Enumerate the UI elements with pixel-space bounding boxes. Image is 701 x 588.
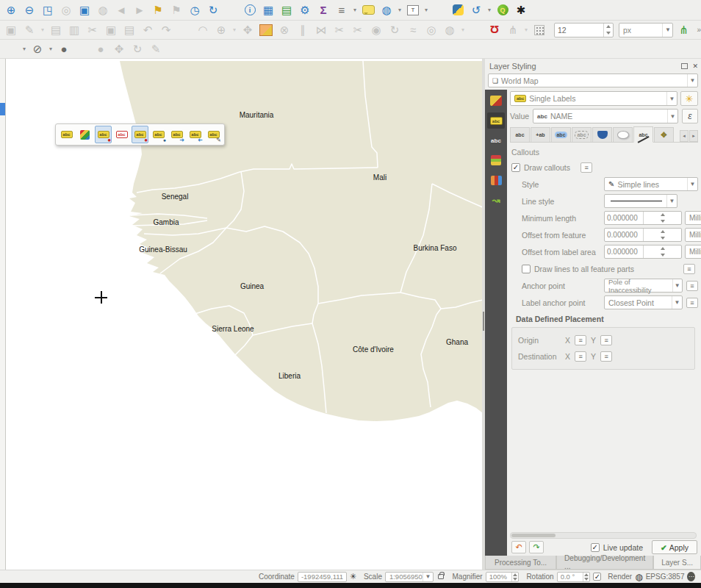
- python-console-icon[interactable]: [450, 3, 466, 18]
- save-edits-icon[interactable]: ▣: [3, 23, 19, 37]
- pin-unpin-labels-button[interactable]: abc●: [95, 126, 112, 143]
- coordinate-box[interactable]: [298, 572, 347, 582]
- merge-features-icon[interactable]: ◉: [368, 23, 384, 37]
- processing-history-icon[interactable]: ↺: [468, 3, 484, 18]
- zoom-in-icon[interactable]: ⊕: [3, 3, 19, 18]
- tab-buffer[interactable]: abc: [551, 127, 571, 142]
- vertex-dropdown-icon[interactable]: ▾: [460, 23, 466, 37]
- snapping-tolerance-input[interactable]: [555, 24, 603, 37]
- toolbar-overflow-icon[interactable]: »: [697, 26, 701, 34]
- paste-features-icon[interactable]: ▤: [121, 23, 137, 37]
- delete-selected-icon[interactable]: ▥: [66, 23, 82, 37]
- move-feature-icon[interactable]: ✥: [240, 23, 256, 37]
- zoom-to-layer-icon[interactable]: ▣: [76, 3, 93, 18]
- toggle-unplaced-labels-button[interactable]: [76, 126, 93, 143]
- toolbar-separator[interactable]: [223, 3, 240, 18]
- pin-diagram-button[interactable]: abc●: [132, 126, 148, 143]
- tracing-icon[interactable]: ⋔: [505, 23, 521, 37]
- identify-features-icon[interactable]: [242, 3, 258, 18]
- messages-icon[interactable]: ⋯: [687, 572, 695, 581]
- undock-icon[interactable]: [681, 63, 688, 69]
- snapping-tolerance-spinner[interactable]: [554, 23, 614, 37]
- tab-layer-styling[interactable]: Layer S...: [653, 556, 701, 570]
- show-hide-labels-button[interactable]: abc: [113, 126, 130, 143]
- rotation-input[interactable]: [558, 573, 583, 581]
- layer-selector-combo[interactable]: ❏ World Map ▼: [488, 74, 698, 87]
- data-defined-override-icon[interactable]: [686, 281, 698, 291]
- label-anchor-combo[interactable]: Closest Point ▼: [604, 295, 683, 309]
- map-canvas[interactable]: MauritaniaMaliSenegalGambiaGuinea-Bissau…: [6, 59, 482, 570]
- qgis-globe-icon[interactable]: [495, 3, 511, 18]
- tab-background[interactable]: [592, 127, 612, 142]
- history-dropdown-icon[interactable]: ▾: [486, 3, 492, 18]
- simplify-feature-icon[interactable]: ≈: [405, 23, 421, 37]
- diagrams-tab-icon[interactable]: [487, 172, 505, 188]
- tab-debugging-development[interactable]: Debugging/Development ...: [556, 556, 653, 570]
- redo-icon[interactable]: ↷: [158, 23, 174, 37]
- copy-features-icon[interactable]: ▣: [103, 23, 119, 37]
- change-label-button[interactable]: abc✎: [205, 126, 222, 143]
- expression-builder-button[interactable]: ε: [682, 109, 698, 123]
- data-defined-override-icon[interactable]: [580, 162, 592, 173]
- render-checkbox[interactable]: ✓: [593, 573, 601, 581]
- data-defined-override-icon[interactable]: [683, 264, 695, 274]
- labeling-options-dropdown-icon[interactable]: ▾: [21, 42, 27, 57]
- tab-callouts[interactable]: abc: [633, 126, 653, 143]
- draw-callouts-checkbox[interactable]: ✓: [511, 163, 520, 172]
- automated-placement-button[interactable]: ✳: [680, 91, 698, 106]
- move-label-button[interactable]: abc➜: [168, 126, 185, 143]
- spin-arrows[interactable]: [603, 24, 613, 37]
- labeling-dropdown-icon[interactable]: ▾: [48, 42, 54, 57]
- delete-part-icon[interactable]: ◍: [442, 23, 458, 37]
- measure-icon[interactable]: ≡: [334, 3, 350, 18]
- snapping-unit-combo[interactable]: px ▼: [619, 23, 673, 37]
- data-defined-override-icon[interactable]: [575, 335, 586, 345]
- close-icon[interactable]: ✕: [692, 62, 698, 70]
- zoom-last-icon[interactable]: ◄: [113, 3, 129, 18]
- zoom-out-icon[interactable]: ⊖: [21, 3, 37, 18]
- add-feature-icon[interactable]: ⊕: [213, 23, 229, 37]
- toggle-label-visibility-button[interactable]: abc●: [150, 126, 167, 143]
- tab-placement[interactable]: ✥: [654, 127, 674, 142]
- vertex-tool-icon[interactable]: ⊗: [276, 23, 292, 37]
- rotation-box[interactable]: [557, 572, 591, 582]
- labeling-pin-icon[interactable]: ●: [56, 42, 72, 57]
- history-tab-icon[interactable]: ↝: [487, 192, 505, 208]
- scale-combo[interactable]: 1:9056950 ▼: [385, 572, 434, 582]
- labels-tab-icon[interactable]: abc: [487, 112, 505, 129]
- labeling-none-icon[interactable]: ⊘: [29, 42, 46, 57]
- ruler-highlighted-icon[interactable]: [258, 23, 274, 37]
- zoom-native-icon[interactable]: ◍: [95, 3, 111, 18]
- temporal-controller-icon[interactable]: ◷: [187, 3, 203, 18]
- split-parts-icon[interactable]: ✂: [350, 23, 366, 37]
- data-defined-override-icon[interactable]: [600, 351, 612, 362]
- spin-arrows[interactable]: [583, 573, 590, 581]
- spin-arrows[interactable]: [511, 573, 519, 581]
- tab-scroll-right-icon[interactable]: ▸: [689, 130, 698, 142]
- annotation-dropdown-icon[interactable]: ▾: [423, 3, 429, 18]
- redo-style-button[interactable]: ↷: [529, 541, 544, 553]
- show-bookmarks-icon[interactable]: ⚑: [168, 3, 184, 18]
- move-label-icon[interactable]: ✥: [111, 42, 127, 57]
- tab-mask[interactable]: abc: [572, 127, 592, 142]
- node-tool-icon[interactable]: ⋔: [675, 23, 691, 37]
- tab-processing-toolbox[interactable]: Processing To...: [485, 556, 556, 570]
- data-defined-override-icon[interactable]: [575, 351, 586, 362]
- labeling-options-icon[interactable]: [3, 42, 19, 57]
- digitize-curve-icon[interactable]: ◠: [195, 23, 211, 37]
- toolbar-separator[interactable]: [74, 42, 90, 57]
- callout-style-combo[interactable]: ✎ Simple lines ▼: [604, 177, 698, 191]
- tab-formatting[interactable]: +ab: [531, 127, 550, 142]
- magnifier-input[interactable]: [486, 573, 511, 581]
- toggle-editing-icon[interactable]: ✎: [21, 23, 37, 37]
- snapping-magnet-icon[interactable]: Ω: [486, 23, 503, 37]
- layers-panel-sliver[interactable]: [0, 59, 6, 570]
- apply-button[interactable]: ✔ Apply: [652, 540, 697, 554]
- rotate-feature-icon[interactable]: ↻: [387, 23, 403, 37]
- geocode-dropdown-icon[interactable]: ▾: [397, 3, 403, 18]
- tab-shadow[interactable]: [613, 127, 633, 142]
- highlight-pinned-labels-button[interactable]: abc: [58, 126, 75, 143]
- edit-dropdown-icon[interactable]: ▾: [40, 23, 46, 37]
- live-update-checkbox[interactable]: ✓: [591, 543, 600, 552]
- zoom-to-selection-icon[interactable]: ◎: [58, 3, 74, 18]
